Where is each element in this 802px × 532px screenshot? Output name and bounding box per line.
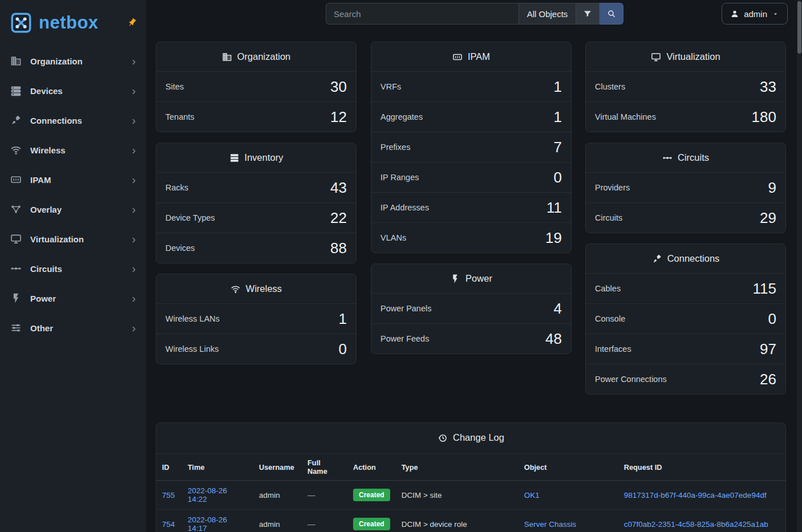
stat-label: IP Ranges bbox=[380, 173, 419, 182]
scrollbar-thumb[interactable] bbox=[797, 1, 801, 54]
stat-row-aggregates[interactable]: Aggregates 1 bbox=[371, 101, 571, 132]
organization-card: Organization Sites 30 Tenants 12 bbox=[156, 42, 357, 132]
sidebar-item-overlay[interactable]: Overlay › bbox=[0, 194, 146, 224]
change-type: DCIM > site bbox=[402, 491, 442, 499]
stat-label: Console bbox=[595, 314, 625, 323]
stat-row-circuits[interactable]: Circuits 29 bbox=[586, 202, 785, 233]
sidebar-item-devices[interactable]: Devices › bbox=[0, 76, 146, 105]
circuits-icon bbox=[10, 263, 22, 274]
stat-row-vlans[interactable]: VLANs 19 bbox=[371, 222, 571, 253]
stat-label: Power Panels bbox=[380, 304, 431, 313]
card-title: IPAM bbox=[468, 51, 490, 62]
pin-sidebar-icon[interactable] bbox=[125, 16, 139, 30]
sidebar-item-power[interactable]: Power › bbox=[0, 283, 146, 313]
change-time-link[interactable]: 2022-08-26 14:22 bbox=[188, 486, 227, 503]
sidebar-item-virtualization[interactable]: Virtualization › bbox=[0, 224, 146, 254]
column-header-full-name: Full Name bbox=[302, 454, 347, 481]
sidebar-item-label: Organization bbox=[30, 56, 83, 66]
object-type-button[interactable]: All Objects bbox=[519, 3, 576, 25]
stat-label: Prefixes bbox=[380, 143, 410, 152]
stat-label: Clusters bbox=[595, 82, 625, 91]
stat-row-providers[interactable]: Providers 9 bbox=[586, 172, 785, 202]
stat-row-power-feeds[interactable]: Power Feeds 48 bbox=[371, 323, 571, 354]
sidebar-nav: Organization › Devices › Connections › W… bbox=[0, 45, 146, 343]
stat-row-vrfs[interactable]: VRFs 1 bbox=[371, 71, 571, 101]
stat-row-racks[interactable]: Racks 43 bbox=[156, 172, 356, 202]
stat-label: Power Connections bbox=[595, 375, 667, 384]
stat-row-wireless-lans[interactable]: Wireless LANs 1 bbox=[156, 303, 356, 334]
history-icon bbox=[438, 433, 448, 443]
stat-value: 48 bbox=[545, 330, 562, 348]
change-request-id-link[interactable]: c07f0ab2-2351-4c58-825a-8b6a2425a1ab bbox=[624, 520, 768, 529]
card-title: Connections bbox=[667, 253, 720, 264]
sidebar-item-circuits[interactable]: Circuits › bbox=[0, 254, 146, 283]
building-icon bbox=[10, 55, 22, 67]
changelog-row: 7552022-08-26 14:22admin—CreatedDCIM > s… bbox=[156, 481, 785, 510]
stat-value: 19 bbox=[545, 229, 562, 247]
stat-row-sites[interactable]: Sites 30 bbox=[156, 71, 356, 101]
sidebar-item-organization[interactable]: Organization › bbox=[0, 46, 146, 76]
sidebar-item-wireless[interactable]: Wireless › bbox=[0, 135, 146, 165]
column-header-type: Type bbox=[396, 454, 519, 481]
change-id-link[interactable]: 755 bbox=[162, 491, 175, 499]
connections-icon bbox=[10, 115, 22, 126]
stat-label: Cables bbox=[595, 284, 621, 293]
stat-value: 30 bbox=[330, 78, 347, 96]
stat-row-interfaces[interactable]: Interfaces 97 bbox=[586, 334, 785, 364]
card-title: Virtualization bbox=[666, 51, 720, 62]
filter-button[interactable] bbox=[576, 3, 600, 25]
search-button[interactable] bbox=[600, 3, 623, 25]
user-menu-button[interactable]: admin bbox=[722, 3, 788, 25]
person-icon bbox=[730, 9, 739, 18]
stat-row-wireless-links[interactable]: Wireless Links 0 bbox=[156, 334, 356, 364]
stat-row-devices[interactable]: Devices 88 bbox=[156, 233, 356, 263]
power-icon bbox=[10, 293, 22, 304]
netbox-logo-icon[interactable] bbox=[9, 11, 33, 35]
stat-value: 11 bbox=[546, 199, 562, 217]
chevron-right-icon: › bbox=[132, 293, 136, 304]
vertical-scrollbar[interactable] bbox=[797, 0, 802, 532]
change-id-link[interactable]: 754 bbox=[162, 520, 175, 529]
stat-row-cables[interactable]: Cables 115 bbox=[586, 273, 785, 303]
changelog-header-row: IDTimeUsernameFull NameActionTypeObjectR… bbox=[156, 454, 785, 481]
stat-value: 1 bbox=[554, 108, 562, 126]
stat-label: Virtual Machines bbox=[595, 112, 656, 121]
stat-row-power-connections[interactable]: Power Connections 26 bbox=[586, 364, 785, 394]
stat-row-ip-addresses[interactable]: IP Addresses 11 bbox=[371, 192, 571, 222]
ipam-icon bbox=[10, 174, 22, 185]
card-header: Connections bbox=[586, 244, 785, 273]
stat-value: 26 bbox=[760, 371, 776, 388]
stat-row-console[interactable]: Console 0 bbox=[586, 303, 785, 334]
power-card: Power Power Panels 4 Power Feeds 48 bbox=[371, 263, 572, 354]
power-icon bbox=[450, 274, 460, 284]
stat-value: 180 bbox=[752, 108, 776, 126]
stat-label: Sites bbox=[165, 82, 184, 91]
change-time-link[interactable]: 2022-08-26 14:17 bbox=[188, 515, 227, 532]
column-header-request-id: Request ID bbox=[618, 454, 785, 481]
stat-row-clusters[interactable]: Clusters 33 bbox=[586, 71, 785, 101]
stat-row-tenants[interactable]: Tenants 12 bbox=[156, 101, 356, 132]
stat-row-prefixes[interactable]: Prefixes 7 bbox=[371, 132, 571, 162]
sidebar-item-connections[interactable]: Connections › bbox=[0, 105, 146, 135]
brand: netbox bbox=[0, 0, 146, 45]
change-object-link[interactable]: Server Chassis bbox=[524, 520, 577, 529]
stat-row-virtual-machines[interactable]: Virtual Machines 180 bbox=[586, 101, 785, 132]
change-object-link[interactable]: OK1 bbox=[524, 491, 540, 499]
card-title: Organization bbox=[237, 51, 291, 62]
change-request-id-link[interactable]: 9817317d-b67f-440a-99ca-4ae07ede94df bbox=[624, 491, 767, 499]
stat-row-ip-ranges[interactable]: IP Ranges 0 bbox=[371, 162, 571, 192]
search-input[interactable] bbox=[326, 3, 519, 25]
stat-value: 0 bbox=[768, 310, 776, 328]
change-action-badge: Created bbox=[353, 518, 390, 530]
changelog-header: Change Log bbox=[156, 423, 785, 452]
brand-name[interactable]: netbox bbox=[39, 13, 99, 33]
stat-row-power-panels[interactable]: Power Panels 4 bbox=[371, 293, 571, 323]
stat-value: 9 bbox=[768, 179, 776, 197]
stat-value: 97 bbox=[760, 340, 776, 358]
sidebar-item-ipam[interactable]: IPAM › bbox=[0, 165, 146, 194]
change-username: admin bbox=[259, 520, 280, 529]
stat-value: 1 bbox=[554, 78, 562, 96]
wireless-card: Wireless Wireless LANs 1 Wireless Links … bbox=[156, 274, 357, 364]
stat-row-device-types[interactable]: Device Types 22 bbox=[156, 202, 356, 233]
sidebar-item-other[interactable]: Other › bbox=[0, 313, 146, 343]
